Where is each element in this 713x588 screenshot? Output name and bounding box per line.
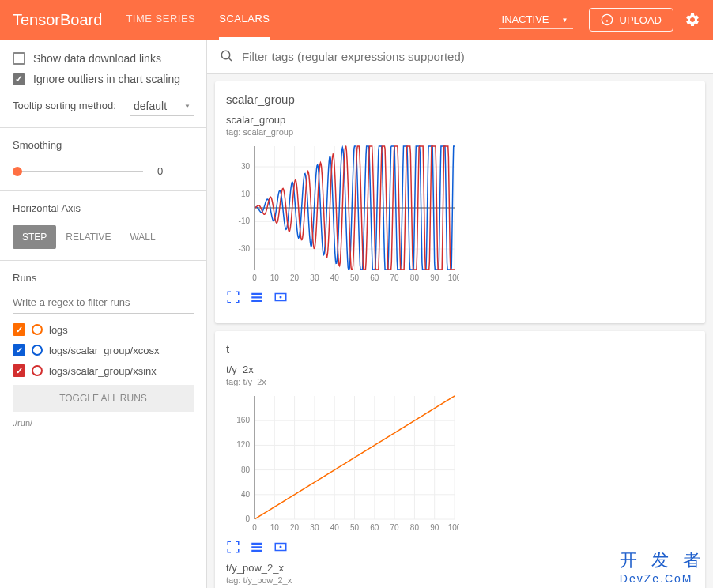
tab-scalars[interactable]: SCALARS xyxy=(219,0,270,40)
svg-text:40: 40 xyxy=(330,523,340,532)
svg-text:20: 20 xyxy=(290,523,300,532)
axis-relative-button[interactable]: RELATIVE xyxy=(56,225,120,249)
svg-rect-76 xyxy=(251,546,262,548)
axis-wall-button[interactable]: WALL xyxy=(120,225,164,249)
run-checkbox[interactable] xyxy=(13,344,25,356)
runs-path: ./run/ xyxy=(13,418,194,428)
svg-text:70: 70 xyxy=(390,273,400,282)
run-label: logs xyxy=(49,324,68,336)
svg-text:80: 80 xyxy=(241,466,251,474)
fit-domain-icon[interactable] xyxy=(274,290,288,304)
svg-rect-75 xyxy=(251,543,262,545)
ignore-outliers-label: Ignore outliers in chart scaling xyxy=(33,73,180,85)
chart-toolbar xyxy=(226,290,459,304)
group-title: t xyxy=(226,342,694,356)
group-t: t t/y_2x tag: t/y_2x 0102030405060708090… xyxy=(215,331,705,588)
log-scale-icon[interactable] xyxy=(250,540,264,554)
svg-text:60: 60 xyxy=(370,273,379,282)
svg-point-3 xyxy=(221,51,230,59)
axis-step-button[interactable]: STEP xyxy=(13,225,56,249)
svg-text:120: 120 xyxy=(236,440,250,449)
show-download-label: Show data download links xyxy=(33,52,161,65)
slider-thumb[interactable] xyxy=(13,167,22,176)
svg-text:90: 90 xyxy=(430,273,439,282)
run-checkbox[interactable] xyxy=(13,323,25,336)
chart-scalar-group: scalar_group tag: scalar_group 010203040… xyxy=(226,114,459,304)
axis-button-group: STEP RELATIVE WALL xyxy=(13,225,194,249)
svg-text:30: 30 xyxy=(241,162,251,171)
tooltip-sort-select[interactable]: default xyxy=(130,96,194,116)
svg-text:30: 30 xyxy=(310,273,319,282)
tag-filter-input[interactable] xyxy=(242,50,700,63)
tab-time-series[interactable]: TIME SERIES xyxy=(126,0,195,40)
upload-button[interactable]: UPLOAD xyxy=(589,8,673,32)
chart-ypow2x: t/y_pow_2_x tag: t/y_pow_2_x 02040608010… xyxy=(226,562,459,588)
search-bar xyxy=(207,40,713,74)
svg-text:80: 80 xyxy=(410,523,420,532)
chart-title: scalar_group xyxy=(226,114,459,126)
run-color-icon xyxy=(32,345,43,356)
svg-text:80: 80 xyxy=(410,273,420,282)
chart-svg[interactable]: 0102030405060708090100-30-101030 xyxy=(226,141,459,284)
run-color-icon xyxy=(32,324,43,335)
chart-tag: tag: t/y_2x xyxy=(226,377,459,386)
ignore-outliers-row: Ignore outliers in chart scaling xyxy=(13,73,194,85)
chart-title: t/y_2x xyxy=(226,364,459,375)
run-label: logs/scalar_group/xcosx xyxy=(49,345,159,356)
svg-text:70: 70 xyxy=(390,523,400,532)
smoothing-slider[interactable] xyxy=(13,171,143,172)
svg-text:30: 30 xyxy=(310,523,319,532)
run-color-icon xyxy=(32,365,43,376)
svg-rect-38 xyxy=(251,296,262,298)
svg-rect-77 xyxy=(251,550,262,552)
svg-text:20: 20 xyxy=(290,273,300,282)
svg-text:10: 10 xyxy=(270,523,280,532)
svg-text:-10: -10 xyxy=(239,217,251,225)
svg-text:90: 90 xyxy=(430,523,439,532)
chart-svg[interactable]: 010203040506070809010004080120160 xyxy=(226,391,459,533)
group-scalar: scalar_group scalar_group tag: scalar_gr… xyxy=(215,81,705,323)
svg-text:0: 0 xyxy=(245,514,250,523)
smoothing-value[interactable]: 0 xyxy=(154,164,194,179)
search-icon xyxy=(220,49,234,63)
svg-text:100: 100 xyxy=(448,273,459,282)
smoothing-row: 0 xyxy=(13,164,194,179)
fullscreen-icon[interactable] xyxy=(226,290,240,304)
run-row: logs/scalar_group/xcosx xyxy=(13,344,194,356)
svg-point-41 xyxy=(280,296,281,298)
app-header: TensorBoard TIME SERIES SCALARS INACTIVE… xyxy=(0,0,713,40)
show-download-checkbox[interactable] xyxy=(13,52,25,65)
ignore-outliers-checkbox[interactable] xyxy=(13,73,25,85)
svg-rect-37 xyxy=(251,293,262,295)
run-checkbox[interactable] xyxy=(13,364,25,377)
inactive-select[interactable]: INACTIVE xyxy=(499,10,573,29)
svg-point-79 xyxy=(280,546,281,548)
fullscreen-icon[interactable] xyxy=(226,540,240,554)
tooltip-sort-row: Tooltip sorting method: default xyxy=(13,96,194,116)
run-row: logs/scalar_group/xsinx xyxy=(13,364,194,377)
gear-icon[interactable] xyxy=(685,12,700,28)
svg-text:40: 40 xyxy=(330,273,340,282)
log-scale-icon[interactable] xyxy=(250,290,264,304)
toggle-all-runs-button[interactable]: TOGGLE ALL RUNS xyxy=(13,385,194,412)
show-download-row: Show data download links xyxy=(13,52,194,65)
svg-text:40: 40 xyxy=(241,490,251,499)
logo: TensorBoard xyxy=(13,11,102,29)
chart-y2x: t/y_2x tag: t/y_2x 010203040506070809010… xyxy=(226,364,459,554)
runs-label: Runs xyxy=(13,272,194,284)
svg-text:160: 160 xyxy=(236,416,250,424)
svg-text:10: 10 xyxy=(270,273,280,282)
svg-rect-39 xyxy=(251,300,262,302)
svg-text:0: 0 xyxy=(252,523,257,532)
group-title: scalar_group xyxy=(226,92,694,106)
chart-title: t/y_pow_2_x xyxy=(226,562,459,574)
horizontal-axis-label: Horizontal Axis xyxy=(13,202,194,214)
fit-domain-icon[interactable] xyxy=(274,540,288,554)
svg-text:10: 10 xyxy=(241,190,251,198)
info-icon xyxy=(601,13,613,26)
svg-line-4 xyxy=(228,58,232,61)
runs-filter-input[interactable] xyxy=(13,292,194,314)
chart-tag: tag: t/y_pow_2_x xyxy=(226,575,459,585)
svg-text:100: 100 xyxy=(448,523,459,532)
upload-label: UPLOAD xyxy=(620,14,662,26)
